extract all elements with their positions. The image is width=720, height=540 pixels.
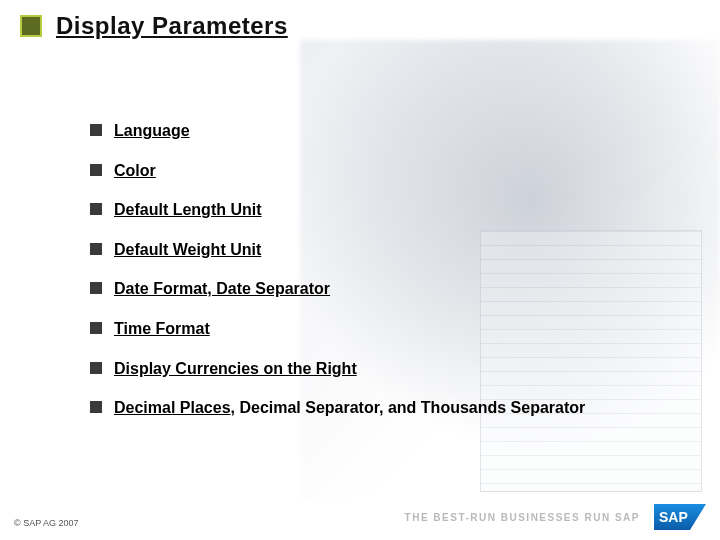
title-row: Display Parameters xyxy=(20,12,288,40)
list-item-text: Display Currencies on the Right xyxy=(114,358,357,380)
bullet-icon xyxy=(90,203,102,215)
parameter-list: LanguageColorDefault Length UnitDefault … xyxy=(90,120,650,437)
list-item-text: Default Weight Unit xyxy=(114,239,261,261)
page-title: Display Parameters xyxy=(56,12,288,40)
bullet-icon xyxy=(90,243,102,255)
bullet-icon xyxy=(90,362,102,374)
list-item: Time Format xyxy=(90,318,650,340)
list-item-text: Decimal Places, Decimal Separator, and T… xyxy=(114,397,585,419)
bullet-icon xyxy=(90,164,102,176)
bullet-icon xyxy=(90,401,102,413)
bullet-icon xyxy=(90,322,102,334)
list-item-text: Time Format xyxy=(114,318,210,340)
bullet-icon xyxy=(90,124,102,136)
list-item-text: Date Format, Date Separator xyxy=(114,278,330,300)
list-item: Color xyxy=(90,160,650,182)
list-item: Language xyxy=(90,120,650,142)
list-item: Date Format, Date Separator xyxy=(90,278,650,300)
tagline: THE BEST-RUN BUSINESSES RUN SAP xyxy=(405,512,640,523)
title-bullet-icon xyxy=(20,15,42,37)
list-item-text: Color xyxy=(114,160,156,182)
list-item-text: Default Length Unit xyxy=(114,199,262,221)
bullet-icon xyxy=(90,282,102,294)
list-item-text: Language xyxy=(114,120,190,142)
list-item: Decimal Places, Decimal Separator, and T… xyxy=(90,397,650,419)
slide: Display Parameters LanguageColorDefault … xyxy=(0,0,720,540)
list-item: Default Weight Unit xyxy=(90,239,650,261)
list-item: Default Length Unit xyxy=(90,199,650,221)
sap-logo-icon: SAP xyxy=(654,504,706,530)
sap-logo-text: SAP xyxy=(659,509,688,525)
footer-right: THE BEST-RUN BUSINESSES RUN SAP SAP xyxy=(405,504,706,530)
copyright: © SAP AG 2007 xyxy=(14,518,79,528)
list-item: Display Currencies on the Right xyxy=(90,358,650,380)
